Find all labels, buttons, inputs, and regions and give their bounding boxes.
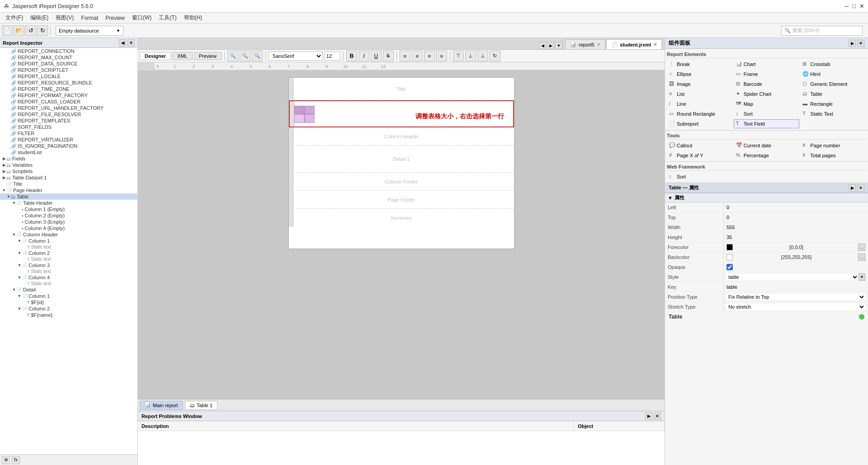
tab-nav-next[interactable]: ▶ [547, 42, 554, 49]
comp-text-field[interactable]: T Text Field [734, 119, 800, 128]
tab-report5-close[interactable]: ✕ [597, 42, 600, 47]
italic-btn[interactable]: I [359, 51, 369, 61]
tree-item-det-col2[interactable]: ▼ 📄 Column 2 [0, 305, 137, 312]
tool-page-number[interactable]: # Page number [800, 141, 866, 150]
menu-tools[interactable]: 工具(T) [155, 13, 180, 23]
comp-sort[interactable]: ↕ Sort [734, 109, 800, 118]
view-xml[interactable]: XML [172, 52, 193, 60]
tree-item-virtualizer[interactable]: 🔗 REPORT_VIRTUALIZER [0, 136, 137, 143]
valign-top-btn[interactable]: ⊤ [453, 51, 464, 61]
position-type-select[interactable]: Fix Relative to Top [726, 294, 865, 300]
forecolor-btn[interactable]: … [858, 244, 865, 251]
bold-btn[interactable]: B [346, 51, 357, 61]
valign-mid-btn[interactable]: ⊥ [465, 51, 476, 61]
comp-round-rect[interactable]: ▭ Round Rectangle [667, 109, 733, 118]
band-handle-colfooter[interactable] [289, 173, 293, 190]
datasource-selector[interactable]: Empty datasource ▼ [56, 26, 123, 36]
stretch-type-select[interactable]: No stretch [726, 304, 865, 310]
tree-item-field-id[interactable]: T $F{id} [0, 299, 137, 305]
canvas-container[interactable]: Title [138, 70, 665, 399]
tree-item-file-resolver[interactable]: 🔗 REPORT_FILE_RESOLVER [0, 111, 137, 117]
style-btn[interactable]: ▼ [859, 273, 865, 281]
tree-item-report-connection[interactable]: 🔗 REPORT_CONNECTION [0, 48, 137, 54]
tree-item-page-header[interactable]: ▼ 📄 Page Header [0, 187, 137, 193]
tab-nav-down[interactable]: ▼ [555, 42, 562, 49]
tree-item-col1-empty[interactable]: ▪ Column 1 (Empty) [0, 206, 137, 212]
tree-item-locale[interactable]: 🔗 REPORT_LOCALE [0, 73, 137, 80]
comp-break[interactable]: ⋮ Break [667, 60, 733, 69]
tree-item-data-source[interactable]: 🔗 REPORT_DATA_SOURCE [0, 61, 137, 67]
tree-item-filter[interactable]: 🔗 FILTER [0, 130, 137, 136]
band-handle-pageheader[interactable] [290, 101, 294, 127]
tree-item-table[interactable]: ▼ 🗂 Table [0, 193, 137, 200]
tree-item-variables[interactable]: ▶ 🗂 Variables [0, 162, 137, 168]
menu-file[interactable]: 文件(F) [2, 13, 27, 23]
font-size-input[interactable] [324, 52, 340, 61]
prop-value-style[interactable]: table ▼ [724, 273, 868, 281]
tree-item-col2-empty[interactable]: ▪ Column 2 (Empty) [0, 212, 137, 219]
prop-input-top[interactable] [726, 215, 865, 220]
tree-item-table-dataset[interactable]: ▶ 🗂 Table Dataset 1 [0, 174, 137, 181]
prop-input-height[interactable] [726, 235, 865, 240]
zoom-out-btn[interactable]: 🔍 [240, 51, 250, 61]
comp-static-text[interactable]: T Static Text [800, 109, 866, 118]
prop-value-width[interactable] [724, 225, 868, 230]
tree-item-fields[interactable]: ▶ 🗂 Fields [0, 155, 137, 162]
tree-item-static3[interactable]: T Static text [0, 268, 137, 274]
tree-item-ch-col2[interactable]: ▼ 📄 Column 2 [0, 250, 137, 256]
panel-nav-close[interactable]: ✕ [127, 39, 135, 47]
prop-value-stretch-type[interactable]: No stretch [724, 304, 868, 310]
view-designer[interactable]: Designer [140, 52, 171, 60]
problems-nav[interactable]: ▶ [645, 413, 652, 420]
tree-item-templates[interactable]: 🔗 REPORT_TEMPLATES [0, 117, 137, 124]
tree-item-field-name[interactable]: T $F{name} [0, 312, 137, 318]
band-handle-summary[interactable] [289, 209, 293, 227]
tree-action-btn[interactable]: ⚙ [2, 456, 10, 464]
tree-item-format-factory[interactable]: 🔗 REPORT_FORMAT_FACTORY [0, 92, 137, 99]
bottom-tab-main[interactable]: 📊 Main report [140, 401, 183, 410]
tree-item-detail[interactable]: ▼ 📄 Detail [0, 287, 137, 293]
refresh-btn[interactable]: ↺ [25, 25, 36, 36]
open-btn[interactable]: 📂 [14, 25, 24, 36]
tool-percentage[interactable]: % Percentage [734, 151, 800, 160]
wf-sort[interactable]: ↕ Sort [667, 172, 733, 181]
tree-item-class-loader[interactable]: 🔗 REPORT_CLASS_LOADER [0, 99, 137, 105]
tree-fx-btn[interactable]: fx [12, 456, 20, 464]
comp-barcode[interactable]: ⊟ Barcode [734, 80, 800, 89]
strike-btn[interactable]: S̶ [383, 51, 394, 61]
tree-item-max-count[interactable]: 🔗 REPORT_MAX_COUNT [0, 54, 137, 61]
valign-bot-btn[interactable]: ⊥ [477, 51, 488, 61]
menu-window[interactable]: 窗口(W) [128, 13, 155, 23]
band-handle-colheader[interactable] [289, 127, 293, 145]
comp-subreport[interactable]: 📄 Subreport [667, 119, 733, 128]
prop-input-key[interactable] [726, 284, 865, 290]
align-right-btn[interactable]: ≡ [424, 51, 435, 61]
tree-item-scriptlets[interactable]: ▶ 🗂 Scriptlets [0, 168, 137, 174]
menu-help[interactable]: 帮助(H) [180, 13, 206, 23]
close-btn[interactable]: ✕ [859, 3, 864, 9]
comp-image[interactable]: 🖼 Image [667, 80, 733, 89]
props-close[interactable]: ✕ [857, 184, 864, 192]
prop-value-top[interactable] [724, 215, 868, 220]
right-panel-close[interactable]: ✕ [857, 40, 864, 47]
prop-input-left[interactable] [726, 205, 865, 210]
prop-value-key[interactable] [724, 284, 868, 290]
tree-item-ignore-pagination[interactable]: 🔗 IS_IGNORE_PAGINATION [0, 143, 137, 149]
tree-item-ch-col1[interactable]: ▼ 📄 Column 1 [0, 238, 137, 244]
comp-spider[interactable]: ✦ Spider Chart [734, 89, 800, 99]
prop-value-height[interactable] [724, 235, 868, 240]
minimize-btn[interactable]: ─ [844, 3, 849, 9]
comp-chart[interactable]: 📊 Chart [734, 60, 800, 69]
tool-total-pages[interactable]: # Total pages [800, 151, 866, 160]
tree-item-det-col1[interactable]: ▼ 📄 Column 1 [0, 293, 137, 299]
band-handle-detail[interactable] [289, 146, 293, 172]
comp-crosstab[interactable]: ⊞ Crosstab [800, 60, 866, 69]
prop-input-width[interactable] [726, 225, 865, 230]
props-nav[interactable]: ▶ [849, 184, 856, 192]
comp-line[interactable]: / Line [667, 99, 733, 108]
tab-nav-prev[interactable]: ◀ [539, 42, 546, 49]
prop-value-position-type[interactable]: Fix Relative to Top [724, 294, 868, 300]
opaque-checkbox[interactable] [726, 264, 733, 270]
new-btn[interactable]: 📄 [2, 25, 13, 36]
tree-item-col3-empty[interactable]: ▪ Column 3 (Empty) [0, 219, 137, 225]
